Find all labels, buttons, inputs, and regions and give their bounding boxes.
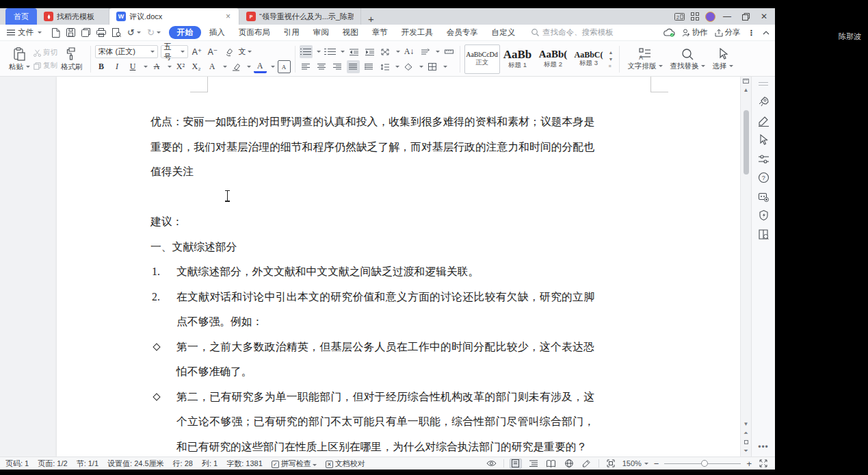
scroll-down-icon[interactable]: ▼ (741, 420, 751, 428)
bullet-list-button[interactable] (300, 45, 313, 58)
tab-close-icon[interactable]: × (224, 12, 232, 21)
undo-icon[interactable]: ↺ (127, 27, 135, 38)
status-item[interactable]: 节: 1/1 (77, 459, 98, 469)
superscript-button[interactable]: X² (174, 60, 187, 73)
menu-item[interactable]: 引用 (278, 26, 305, 39)
apps-grid-icon[interactable] (689, 12, 700, 21)
ruler-toggle-icon[interactable] (741, 77, 751, 86)
menu-item[interactable]: 视图 (337, 26, 364, 39)
status-item[interactable]: 列: 1 (202, 459, 218, 469)
status-item[interactable]: 页面: 1/2 (38, 459, 67, 469)
edit-pen-icon[interactable] (758, 115, 770, 127)
grow-font-button[interactable]: A⁺ (191, 45, 204, 58)
font-color-button[interactable]: A (254, 60, 267, 73)
fullscreen-icon[interactable] (757, 459, 770, 469)
highlight-color-icon[interactable] (230, 60, 243, 73)
align-justify-icon[interactable] (347, 60, 360, 73)
file-menu[interactable]: 文件 (0, 27, 47, 38)
text-effects-button[interactable]: A (206, 60, 219, 73)
print-preview-icon[interactable] (112, 28, 121, 37)
align-center-icon[interactable] (315, 60, 328, 73)
style-heading3[interactable]: AaBbC( 标题 3 (571, 44, 607, 74)
page-view-icon[interactable] (510, 459, 522, 469)
fit-page-icon[interactable] (605, 459, 617, 469)
tab-docer-templates[interactable]: 找稻壳模板 (37, 8, 109, 25)
cloud-sync-icon[interactable] (663, 28, 675, 37)
menu-item[interactable]: 审阅 (308, 26, 334, 39)
strikethrough-button[interactable]: A (150, 60, 163, 73)
paste-button[interactable]: 粘贴 (5, 44, 34, 75)
ai-assistant-icon[interactable] (758, 191, 770, 203)
zoom-in-button[interactable]: + (746, 459, 752, 469)
numbered-list-button[interactable] (324, 45, 337, 58)
shrink-font-button[interactable]: A⁻ (207, 45, 220, 58)
font-size-select[interactable]: 五号 (161, 45, 188, 58)
output-icon[interactable] (81, 28, 90, 37)
command-search[interactable]: 查找命令、搜索模板 (531, 27, 614, 38)
save-icon[interactable] (66, 28, 75, 37)
spell-check-toggle[interactable]: ✓拼写检查 (272, 459, 317, 469)
status-item[interactable]: 字数: 1381 (226, 459, 263, 469)
menu-item[interactable]: 会员专享 (441, 26, 484, 39)
decrease-indent-icon[interactable] (347, 45, 360, 58)
menu-item[interactable]: 开发工具 (396, 26, 438, 39)
style-heading1[interactable]: AaBb 标题 1 (500, 44, 536, 74)
quick-tools-rocket-icon[interactable] (758, 96, 770, 107)
zoom-slider-handle[interactable] (701, 460, 708, 467)
previous-page-icon[interactable]: ⏶ (741, 428, 751, 437)
format-painter-button[interactable]: 格式刷 (57, 44, 86, 75)
minimize-button[interactable]: — (720, 10, 734, 23)
shading-icon[interactable] (402, 60, 415, 73)
char-shading-button[interactable]: A (278, 60, 291, 73)
dictionary-lookup-icon[interactable] (758, 229, 770, 240)
more-menu-icon[interactable]: ⋮ (748, 28, 757, 38)
gallery-up-icon[interactable]: ▲ (609, 50, 614, 55)
find-replace-button[interactable]: 查找替换 (666, 44, 709, 75)
read-mode-icon[interactable] (545, 459, 557, 469)
distribute-icon[interactable] (363, 60, 376, 73)
align-left-icon[interactable] (300, 60, 313, 73)
status-item[interactable]: 页码: 1 (5, 459, 29, 469)
vertical-scrollbar[interactable]: ▲ ▼ ⏶ ⏷ (740, 77, 751, 457)
menu-item[interactable]: 章节 (367, 26, 393, 39)
sort-button[interactable]: A↓ (403, 45, 416, 58)
italic-button[interactable]: I (111, 60, 124, 73)
proofread-button[interactable]: ✕文档校对 (326, 459, 365, 469)
browse-object-icon[interactable] (741, 437, 751, 446)
font-name-select[interactable]: 宋体 (正文) (95, 45, 158, 58)
document-text[interactable]: 优点：安丽一如既往的对田野调查的认真和投入，收集到很多难得的资料和素材；议题本身… (150, 110, 594, 457)
scrollbar-thumb[interactable] (744, 110, 749, 175)
ink-pen-icon[interactable] (581, 459, 593, 469)
print-icon[interactable] (96, 28, 106, 37)
eye-protect-icon[interactable] (486, 459, 498, 469)
collaborate-button[interactable]: 协作 (682, 27, 708, 38)
select-cursor-icon[interactable] (758, 134, 770, 146)
collapse-ribbon-icon[interactable] (763, 31, 770, 35)
user-avatar[interactable] (705, 12, 715, 22)
stamp-badge-icon[interactable] (758, 209, 770, 221)
window-layout-icon[interactable]: 2 (674, 12, 685, 21)
tab-document-active[interactable]: W 评议.docx × (109, 8, 239, 25)
status-item[interactable]: 设置值: 24.5厘米 (107, 459, 164, 469)
restore-button[interactable] (739, 10, 752, 23)
undo-dropdown-icon[interactable] (137, 31, 141, 34)
tab-home[interactable]: 首页 (5, 8, 37, 25)
help-icon[interactable]: ? (758, 172, 770, 183)
menu-item[interactable]: 插入 (204, 26, 231, 39)
outline-view-icon[interactable] (527, 459, 540, 469)
pinyin-guide-icon[interactable]: 文 (238, 45, 252, 58)
settings-sliders-icon[interactable] (758, 153, 770, 165)
redo-dropdown-icon[interactable] (157, 31, 161, 34)
new-doc-icon[interactable] (51, 28, 60, 38)
style-normal[interactable]: AaBbCcDd 正文 (464, 44, 500, 74)
increase-indent-icon[interactable] (363, 45, 376, 58)
close-window-button[interactable]: ✕ (757, 10, 771, 23)
copy-button[interactable]: 复制 (34, 61, 57, 70)
web-layout-icon[interactable] (563, 459, 575, 469)
borders-icon[interactable] (426, 60, 439, 73)
sidebar-drag-handle[interactable] (759, 82, 768, 86)
clear-format-icon[interactable] (222, 45, 235, 58)
text-direction-icon[interactable] (419, 45, 432, 58)
menu-item[interactable]: 开始 (169, 26, 201, 39)
zoom-out-button[interactable]: − (654, 459, 659, 469)
